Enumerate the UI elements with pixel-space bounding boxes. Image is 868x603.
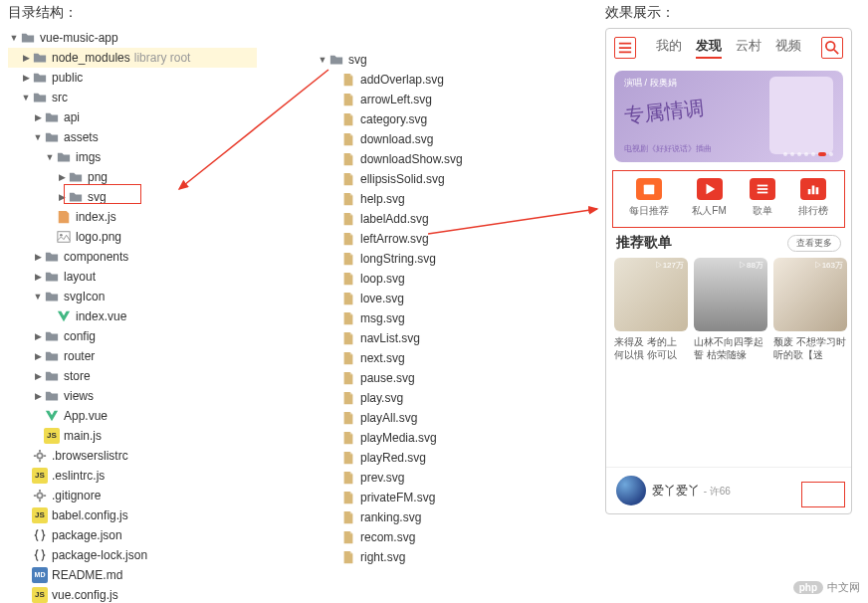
svg-file-prev[interactable]: prev.svg [317, 468, 536, 488]
tab-mine[interactable]: 我的 [656, 37, 682, 59]
tree-item-svgIcon[interactable]: ▼svgIcon [8, 287, 257, 306]
tree-item-package-lock-json[interactable]: package-lock.json [8, 545, 257, 565]
banner-pagination[interactable] [783, 152, 833, 156]
svg-file-addOverlap[interactable]: addOverlap.svg [317, 70, 536, 90]
tree-item-vue-music-app[interactable]: ▼vue-music-app [8, 28, 257, 48]
tree-item-assets[interactable]: ▼assets [8, 127, 257, 147]
svg-file-playRed[interactable]: playRed.svg [317, 448, 536, 468]
tree-item-views[interactable]: ▶views [8, 386, 257, 406]
tree-item-components[interactable]: ▶components [8, 247, 257, 267]
php-badge: php [793, 581, 823, 594]
album-card[interactable]: ▷88万山林不向四季起誓 枯荣随缘 [694, 258, 767, 361]
svg-file-leftArrow[interactable]: leftArrow.svg [317, 229, 536, 249]
tree-item-package-json[interactable]: package.json [8, 525, 257, 545]
svg-point-6 [826, 42, 835, 51]
tree-item-node_modules[interactable]: ▶node_moduleslibrary root [8, 48, 257, 68]
tree-label: public [52, 68, 83, 88]
svg-file-ranking[interactable]: ranking.svg [317, 507, 536, 527]
svg-file-privateFM[interactable]: privateFM.svg [317, 488, 536, 507]
svg-file-right[interactable]: right.svg [317, 547, 536, 567]
tree-item-store[interactable]: ▶store [8, 366, 257, 386]
svg-file-category[interactable]: category.svg [317, 109, 536, 129]
svg-file-recom[interactable]: recom.svg [317, 527, 536, 547]
tree-item-README-md[interactable]: MDREADME.md [8, 565, 257, 585]
folder-icon [44, 269, 60, 285]
album-title: 颓废 不想学习时听的歌【迷 [773, 335, 847, 361]
file-icon [340, 92, 356, 107]
tree-item-config[interactable]: ▶config [8, 326, 257, 346]
tree-folder-svg[interactable]: ▼ svg [317, 50, 536, 70]
svg-file-downloadShow[interactable]: downloadShow.svg [317, 149, 536, 169]
file-label: loop.svg [360, 269, 405, 289]
file-label: playAll.svg [360, 408, 417, 428]
tree-label: views [64, 386, 94, 406]
file-label: downloadShow.svg [360, 149, 463, 169]
tree-item--gitignore[interactable]: .gitignore [8, 486, 257, 505]
preview-label: 效果展示： [605, 4, 859, 22]
category-label: 私人FM [692, 204, 726, 218]
tree-item-svg[interactable]: ▶svg [8, 187, 257, 207]
category-calendar[interactable]: 每日推荐 [629, 178, 669, 218]
tree-item-logo-png[interactable]: logo.png [8, 227, 257, 247]
file-icon [340, 111, 356, 127]
expand-icon: ▶ [20, 68, 32, 88]
tree-label: config [64, 326, 96, 346]
svg-file-labelAdd[interactable]: labelAdd.svg [317, 209, 536, 229]
view-more-button[interactable]: 查看更多 [787, 235, 841, 252]
svg-file-pause[interactable]: pause.svg [317, 368, 536, 388]
album-card[interactable]: ▷127万来得及 考的上 何以惧 你可以 [614, 258, 688, 361]
file-label: category.svg [360, 109, 427, 129]
svg-file-loop[interactable]: loop.svg [317, 269, 536, 289]
tree-item-layout[interactable]: ▶layout [8, 267, 257, 287]
svg-file-playAll[interactable]: playAll.svg [317, 408, 536, 428]
svg-file-love[interactable]: love.svg [317, 289, 536, 308]
tree-label: package.json [52, 525, 122, 545]
search-button[interactable] [821, 37, 843, 59]
svg-file-download[interactable]: download.svg [317, 129, 536, 149]
svg-file-navList[interactable]: navList.svg [317, 328, 536, 348]
svg-file-play[interactable]: play.svg [317, 388, 536, 408]
svg-file-longString[interactable]: longString.svg [317, 249, 536, 269]
tree-item-api[interactable]: ▶api [8, 107, 257, 127]
tree-item--browserslistrc[interactable]: .browserslistrc [8, 446, 257, 466]
file-label: recom.svg [360, 527, 415, 547]
svg-file-playMedia[interactable]: playMedia.svg [317, 428, 536, 448]
banner-top-text: 演唱 / 段奥娟 [624, 77, 677, 90]
svg-file-help[interactable]: help.svg [317, 189, 536, 209]
tree-item-png[interactable]: ▶png [8, 167, 257, 187]
tree-item-public[interactable]: ▶public [8, 68, 257, 88]
tab-discover[interactable]: 发现 [696, 37, 722, 59]
tree-item-src[interactable]: ▼src [8, 88, 257, 107]
menu-button[interactable] [614, 37, 636, 59]
category-play[interactable]: 私人FM [692, 178, 726, 218]
tab-village[interactable]: 云村 [736, 37, 761, 59]
tree-item-App-vue[interactable]: App.vue [8, 406, 257, 426]
tree-item-index-js[interactable]: index.js [8, 207, 257, 227]
category-list[interactable]: 歌单 [750, 178, 775, 218]
category-rank[interactable]: 排行榜 [798, 178, 828, 218]
search-icon [825, 41, 839, 55]
svg-folder-tree[interactable]: ▼ svg addOverlap.svgarrowLeft.svgcategor… [317, 50, 536, 567]
expand-icon: ▶ [56, 167, 68, 187]
svg-file-ellipsisSolid[interactable]: ellipsisSolid.svg [317, 169, 536, 189]
tree-item--eslintrc-js[interactable]: JS.eslintrc.js [8, 466, 257, 486]
tree-label: svg [88, 187, 107, 207]
folder-icon [44, 289, 60, 304]
track-avatar[interactable] [616, 476, 646, 505]
file-icon [340, 509, 356, 525]
project-tree[interactable]: ▼vue-music-app▶node_moduleslibrary root▶… [8, 28, 257, 603]
svg-file-arrowLeft[interactable]: arrowLeft.svg [317, 90, 536, 109]
tree-item-main-js[interactable]: JSmain.js [8, 426, 257, 446]
banner[interactable]: 演唱 / 段奥娟 专属情调 电视剧《好好说话》插曲 [614, 71, 843, 162]
tree-item-imgs[interactable]: ▼imgs [8, 147, 257, 167]
file-icon [340, 529, 356, 545]
svg-file-msg[interactable]: msg.svg [317, 308, 536, 328]
tree-item-vue-config-js[interactable]: JSvue.config.js [8, 585, 257, 603]
tree-item-router[interactable]: ▶router [8, 346, 257, 366]
tab-video[interactable]: 视频 [775, 37, 801, 59]
svg-file-next[interactable]: next.svg [317, 348, 536, 368]
tree-item-index-vue[interactable]: index.vue [8, 306, 257, 326]
tree-item-babel-config-js[interactable]: JSbabel.config.js [8, 505, 257, 525]
file-icon [340, 549, 356, 565]
album-card[interactable]: ▷163万颓废 不想学习时听的歌【迷 [773, 258, 847, 361]
